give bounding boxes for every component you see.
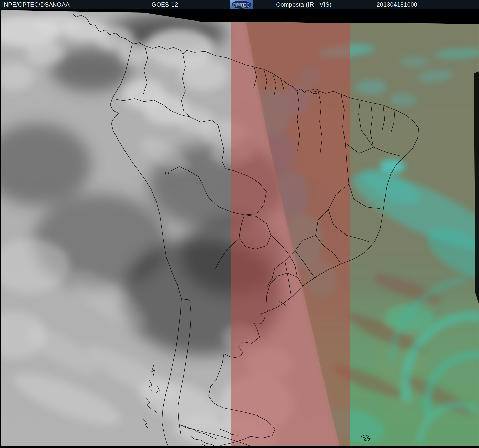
agency-label: INPE/CPTEC/DSA: [2, 0, 53, 9]
timestamp-label: 201304181000: [377, 0, 418, 9]
noaa-label: NOAA: [53, 0, 70, 9]
satellite-product-window: INPE/CPTEC/DSA NOAA GOES-12 Composta (IR…: [0, 0, 479, 448]
logo-text: CPTEC: [232, 2, 250, 8]
satellite-label: GOES-12: [152, 0, 178, 9]
product-label: Composta (IR - VIS): [276, 0, 332, 9]
satellite-image: [0, 9, 479, 448]
cptec-logo: CPTEC: [230, 0, 253, 9]
header-bar: INPE/CPTEC/DSA NOAA GOES-12 Composta (IR…: [0, 0, 479, 9]
